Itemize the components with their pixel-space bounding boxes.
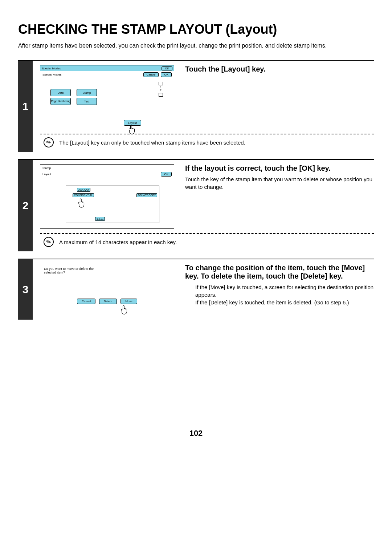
stamp-button[interactable]: Stamp xyxy=(77,89,97,96)
page-numbering-button[interactable]: Page Numbering xyxy=(50,98,71,105)
step3-desc2: If the [Delete] key is touched, the item… xyxy=(185,299,374,306)
screen2-header: Stamp xyxy=(42,166,51,170)
intro-text: After stamp items have been selected, yo… xyxy=(18,42,374,49)
step-number: 2 xyxy=(18,160,33,251)
step-2: 2 Stamp Layout OK AAA AAA CONFIDEN xyxy=(18,159,374,251)
page-up-button[interactable] xyxy=(159,82,163,85)
layout-preview: AAA AAA CONFIDENTIAL DO NOT COPY 1,2,3.. xyxy=(66,186,159,223)
step2-desc: Touch the key of the stamp item that you… xyxy=(185,175,374,191)
page-indicator: 2 xyxy=(159,89,163,92)
delete-button[interactable]: Delete xyxy=(99,299,117,304)
page-title: CHECKING THE STAMP LAYOUT (Layout) xyxy=(18,22,374,37)
page-down-button[interactable] xyxy=(159,93,163,97)
screen-2: Stamp Layout OK AAA AAA CONFIDENTIAL DO … xyxy=(40,164,174,229)
touch-hand-icon xyxy=(121,305,129,315)
move-button[interactable]: Move xyxy=(121,299,137,304)
touch-hand-icon xyxy=(78,198,86,208)
step1-title: Touch the [Layout] key. xyxy=(185,65,374,73)
cancel-button[interactable]: Cancel xyxy=(77,299,95,304)
step3-title: To change the position of the item, touc… xyxy=(185,264,374,280)
text-button[interactable]: Text xyxy=(77,98,97,105)
date-button[interactable]: Date xyxy=(50,89,71,96)
page-indicator: 1 xyxy=(159,86,163,89)
stamp-item-donotcopy[interactable]: DO NOT COPY xyxy=(136,193,157,197)
step3-desc1: If the [Move] key is touched, a screen f… xyxy=(185,283,374,299)
note-icon: ✎ xyxy=(42,235,56,249)
stamp-item-123[interactable]: 1,2,3.. xyxy=(95,217,105,221)
step-1: 1 Special Modes OK Special Modes Cancel … xyxy=(18,60,374,152)
ok-button[interactable]: OK xyxy=(161,172,172,177)
screen-3: Do you want to move or delete the select… xyxy=(40,264,174,315)
note-icon: ✎ xyxy=(42,135,56,149)
screen1-sub: Special Modes xyxy=(42,73,61,76)
page-number: 102 xyxy=(18,429,374,438)
step-number: 3 xyxy=(18,259,33,320)
divider xyxy=(40,134,374,134)
step2-note: A maximum of 14 characters appear in eac… xyxy=(59,239,177,245)
screen1-header: Special Modes xyxy=(42,67,61,70)
stamp-item-aaa[interactable]: AAA AAA xyxy=(77,188,90,192)
divider xyxy=(40,233,374,234)
step2-title: If the layout is correct, touch the [OK]… xyxy=(185,164,374,173)
ok-button[interactable]: OK xyxy=(161,72,172,77)
step1-note: The [Layout] key can only be touched whe… xyxy=(59,139,245,146)
screen2-sub: Layout xyxy=(42,173,51,176)
dialog-text: Do you want to move or delete the select… xyxy=(40,264,109,277)
stamp-item-confidential[interactable]: CONFIDENTIAL xyxy=(73,193,94,197)
step-number: 1 xyxy=(18,61,33,152)
screen-1: Special Modes OK Special Modes Cancel OK… xyxy=(40,65,174,129)
ok-button[interactable]: OK xyxy=(162,66,172,70)
step-3: 3 Do you want to move or delete the sele… xyxy=(18,259,374,320)
touch-hand-icon xyxy=(128,125,136,135)
cancel-button[interactable]: Cancel xyxy=(143,72,159,77)
